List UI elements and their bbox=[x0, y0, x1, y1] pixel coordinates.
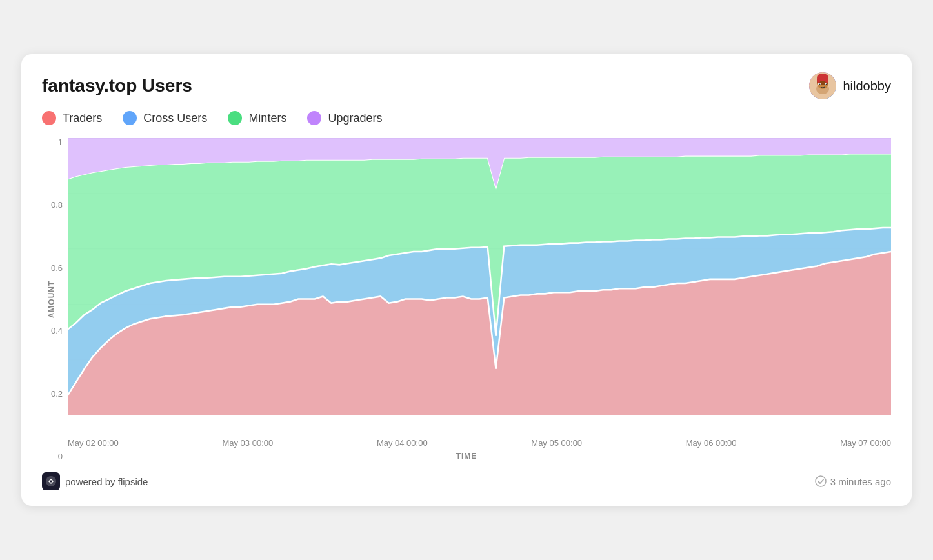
y-axis-ticks: 0 0.2 0.4 0.6 0.8 1 bbox=[42, 138, 68, 461]
chart-inner bbox=[68, 138, 891, 428]
svg-point-6 bbox=[819, 84, 821, 85]
x-label-may02: May 02 00:00 bbox=[68, 438, 119, 448]
chart-area: AMOUNT 0 0.2 0.4 0.6 0.8 1 bbox=[42, 138, 891, 461]
y-tick-08: 0.8 bbox=[42, 201, 68, 209]
x-label-may03: May 03 00:00 bbox=[222, 438, 273, 448]
legend-item-upgraders: Upgraders bbox=[307, 111, 382, 125]
y-tick-0: 0 bbox=[42, 452, 68, 461]
timestamp-text: 3 minutes ago bbox=[830, 476, 891, 487]
page-title: fantasy.top Users bbox=[42, 75, 192, 96]
legend-label-upgraders: Upgraders bbox=[328, 112, 382, 125]
legend-label-minters: Minters bbox=[248, 112, 286, 125]
legend-label-traders: Traders bbox=[63, 112, 102, 125]
legend-dot-upgraders bbox=[307, 111, 321, 125]
user-info: hildobby bbox=[809, 72, 891, 99]
powered-by-text: powered by flipside bbox=[65, 476, 148, 487]
chart-legend: Traders Cross Users Minters Upgraders bbox=[42, 111, 891, 125]
legend-item-minters: Minters bbox=[228, 111, 286, 125]
y-tick-1: 1 bbox=[42, 138, 68, 146]
x-axis-title: TIME bbox=[456, 452, 477, 461]
y-tick-02: 0.2 bbox=[42, 390, 68, 398]
y-tick-04: 0.4 bbox=[42, 326, 68, 335]
x-label-may05: May 05 00:00 bbox=[531, 438, 582, 448]
x-axis-labels: May 02 00:00 May 03 00:00 May 04 00:00 M… bbox=[68, 438, 891, 448]
svg-point-19 bbox=[816, 476, 826, 486]
footer: powered by flipside 3 minutes ago bbox=[42, 472, 891, 490]
x-label-may04: May 04 00:00 bbox=[377, 438, 428, 448]
chart-svg bbox=[68, 138, 891, 428]
dashboard-card: fantasy.top Users bbox=[21, 54, 912, 506]
flipside-icon bbox=[42, 472, 60, 490]
legend-item-cross-users: Cross Users bbox=[123, 111, 207, 125]
svg-rect-10 bbox=[825, 77, 828, 83]
x-label-may06: May 06 00:00 bbox=[686, 438, 737, 448]
header: fantasy.top Users bbox=[42, 72, 891, 99]
y-tick-06: 0.6 bbox=[42, 264, 68, 272]
timestamp: 3 minutes ago bbox=[815, 475, 891, 487]
check-circle-icon bbox=[815, 475, 827, 487]
svg-point-7 bbox=[826, 84, 827, 85]
svg-rect-9 bbox=[817, 77, 820, 83]
legend-dot-cross-users bbox=[123, 111, 137, 125]
legend-item-traders: Traders bbox=[42, 111, 102, 125]
powered-by: powered by flipside bbox=[42, 472, 148, 490]
username: hildobby bbox=[843, 79, 891, 94]
legend-dot-traders bbox=[42, 111, 56, 125]
legend-label-cross-users: Cross Users bbox=[143, 112, 207, 125]
avatar bbox=[809, 72, 836, 99]
legend-dot-minters bbox=[228, 111, 242, 125]
x-label-may07: May 07 00:00 bbox=[840, 438, 891, 448]
